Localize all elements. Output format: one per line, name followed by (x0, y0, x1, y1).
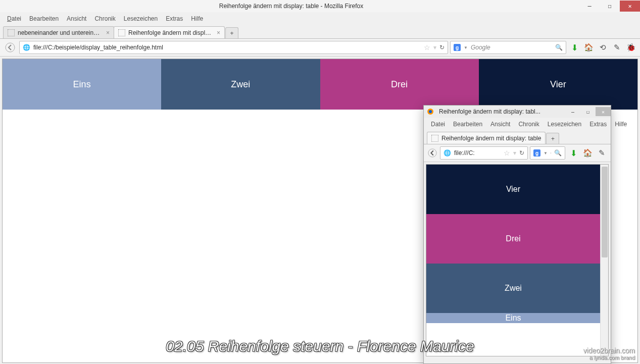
chevron-down-icon[interactable]: ▼ (544, 151, 548, 155)
menu-bearbeiten[interactable]: Bearbeiten (26, 14, 62, 23)
tab-label: nebeneinander und untereinander un... (18, 29, 102, 36)
box-eins: Eins (3, 59, 161, 110)
search-placeholder: Google (471, 44, 552, 51)
favicon-icon (118, 29, 125, 36)
favicon-icon (8, 29, 15, 36)
eyedropper-button[interactable]: ✎ (611, 41, 623, 54)
firefox-icon (427, 108, 434, 115)
back-arrow-icon (428, 148, 437, 158)
menu-lesezeichen[interactable]: Lesezeichen (121, 14, 161, 23)
search-placeholder: Go (551, 149, 551, 157)
menu-lesezeichen[interactable]: Lesezeichen (545, 120, 584, 129)
window-buttons: ― ☐ ✕ (565, 107, 611, 116)
secondary-window: Reihenfolge ändern mit display: tabl... … (423, 105, 611, 364)
reload-icon[interactable]: ↻ (439, 44, 445, 51)
window-buttons: ― ☐ ✕ (579, 1, 640, 12)
menu-ansicht[interactable]: Ansicht (64, 14, 89, 23)
box-eins: Eins (426, 313, 600, 323)
tab-1[interactable]: Reihenfolge ändern mit display: table (427, 132, 546, 144)
box-vier: Vier (426, 165, 600, 214)
back-button[interactable] (427, 147, 438, 159)
boxes-row: Eins Zwei Drei Vier (3, 59, 637, 110)
scrollbar-thumb[interactable] (602, 167, 608, 257)
home-button[interactable]: 🏠 (581, 147, 594, 159)
bookmark-star-icon[interactable]: ☆ (424, 43, 430, 51)
menu-extras[interactable]: Extras (163, 14, 186, 23)
urlbar: 🌐 file:///C:/beispiele/display_table_rei… (0, 39, 640, 57)
search-box[interactable]: g ▼ Google 🔍 (450, 41, 566, 54)
search-icon[interactable]: 🔍 (555, 44, 563, 51)
titlebar: Reihenfolge ändern mit display: table - … (0, 0, 640, 12)
tab-close-icon[interactable]: × (217, 29, 220, 36)
svg-point-0 (6, 43, 15, 52)
maximize-button[interactable]: ☐ (580, 107, 596, 116)
menu-extras[interactable]: Extras (586, 120, 610, 129)
menu-bearbeiten[interactable]: Bearbeiten (450, 120, 485, 129)
search-icon[interactable]: 🔍 (554, 149, 562, 157)
window-title: Reihenfolge ändern mit display: tabl... (437, 108, 565, 115)
tab-1[interactable]: nebeneinander und untereinander un... × (3, 26, 114, 38)
menu-datei[interactable]: Datei (428, 120, 448, 129)
downloads-button[interactable]: ⬇ (567, 147, 579, 159)
url-text: file:///C:/beispiele/display_table_reihe… (33, 44, 421, 51)
google-icon: g (533, 149, 540, 157)
menu-hilfe[interactable]: Hilfe (612, 120, 630, 129)
minimize-button[interactable]: ― (565, 107, 580, 116)
maximize-button[interactable]: ☐ (600, 1, 620, 12)
menu-chronik[interactable]: Chronik (515, 120, 542, 129)
box-zwei: Zwei (426, 264, 600, 313)
scrollbar[interactable] (600, 165, 608, 356)
url-input[interactable]: 🌐 file:///C: ☆ ▾ ↻ (440, 146, 528, 160)
back-button[interactable] (3, 41, 17, 54)
tab-label: Reihenfolge ändern mit display: table (441, 135, 541, 142)
menu-ansicht[interactable]: Ansicht (487, 120, 513, 129)
google-icon: g (454, 44, 461, 51)
minimize-button[interactable]: ― (579, 1, 600, 12)
reload-icon[interactable]: ↻ (519, 149, 524, 157)
box-vier: Vier (479, 59, 637, 110)
bookmark-star-icon[interactable]: ☆ (504, 149, 510, 157)
menu-datei[interactable]: Datei (4, 14, 24, 23)
titlebar: Reihenfolge ändern mit display: tabl... … (424, 106, 611, 118)
back-arrow-icon (5, 42, 15, 53)
menubar: Datei Bearbeiten Ansicht Chronik Lesezei… (0, 12, 640, 25)
tab-close-icon[interactable]: × (106, 29, 110, 36)
eyedropper-button[interactable]: ✎ (596, 147, 608, 159)
sync-button[interactable]: ⟲ (597, 41, 609, 54)
svg-point-2 (429, 110, 432, 113)
search-box[interactable]: g ▼ Go 🔍 (530, 146, 565, 160)
tabbar: nebeneinander und untereinander un... × … (0, 25, 640, 39)
favicon-icon (431, 135, 438, 142)
box-drei: Drei (426, 214, 600, 264)
menubar: Datei Bearbeiten Ansicht Chronik Lesezei… (424, 118, 611, 131)
urlbar: 🌐 file:///C: ☆ ▾ ↻ g ▼ Go 🔍 ⬇ 🏠 ✎ (424, 144, 611, 162)
globe-icon: 🌐 (23, 44, 30, 51)
box-zwei: Zwei (161, 59, 320, 110)
firebug-button[interactable]: 🐞 (625, 41, 637, 54)
close-button[interactable]: ✕ (596, 107, 611, 116)
globe-icon: 🌐 (444, 149, 451, 157)
home-button[interactable]: 🏠 (582, 41, 595, 54)
tab-label: Reihenfolge ändern mit display: table (128, 29, 213, 36)
menu-chronik[interactable]: Chronik (91, 14, 118, 23)
url-input[interactable]: 🌐 file:///C:/beispiele/display_table_rei… (19, 41, 448, 54)
chevron-down-icon[interactable]: ▼ (464, 45, 468, 50)
url-text: file:///C: (454, 149, 501, 157)
page-content: Vier Drei Zwei Eins (426, 164, 609, 356)
svg-point-3 (428, 149, 436, 157)
new-tab-button[interactable]: + (225, 27, 238, 38)
menu-hilfe[interactable]: Hilfe (188, 14, 206, 23)
downloads-button[interactable]: ⬇ (568, 41, 580, 54)
boxes-column: Vier Drei Zwei Eins (426, 165, 600, 323)
new-tab-button[interactable]: + (546, 133, 559, 144)
window-title: Reihenfolge ändern mit display: table - … (3, 3, 579, 10)
tab-2[interactable]: Reihenfolge ändern mit display: table × (114, 26, 225, 38)
close-button[interactable]: ✕ (620, 1, 640, 12)
tabbar: Reihenfolge ändern mit display: table + (424, 131, 611, 144)
box-drei: Drei (320, 59, 479, 110)
